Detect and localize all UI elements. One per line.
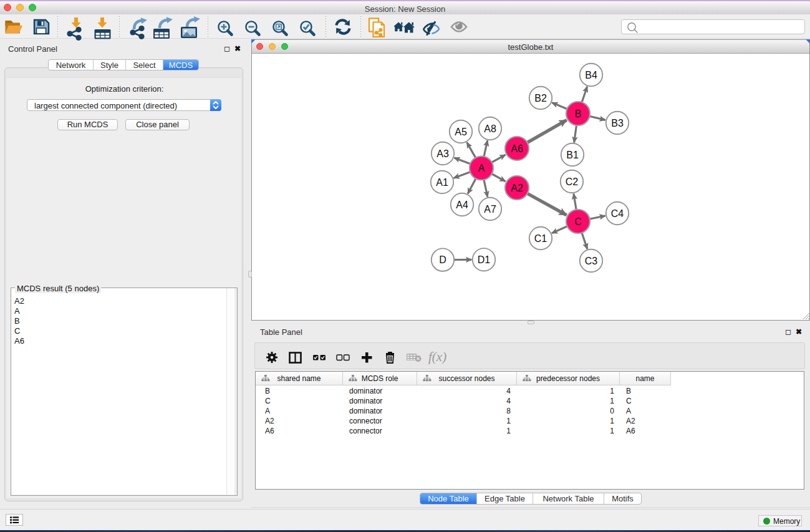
- svg-text:B4: B4: [585, 70, 597, 80]
- svg-text:A3: A3: [436, 148, 449, 159]
- svg-text:A5: A5: [455, 127, 467, 137]
- svg-text:C: C: [574, 216, 582, 227]
- svg-text:A8: A8: [484, 123, 496, 134]
- svg-text:A: A: [478, 163, 485, 173]
- svg-text:D: D: [439, 254, 446, 265]
- svg-text:B: B: [575, 109, 582, 119]
- svg-text:D1: D1: [478, 254, 491, 265]
- svg-text:A7: A7: [484, 204, 496, 215]
- svg-text:C2: C2: [566, 177, 579, 187]
- svg-text:C1: C1: [534, 233, 547, 244]
- svg-text:B3: B3: [611, 118, 624, 128]
- svg-text:C4: C4: [611, 208, 624, 219]
- svg-text:A2: A2: [511, 183, 523, 193]
- svg-text:B1: B1: [566, 150, 579, 160]
- svg-text:A6: A6: [511, 143, 523, 154]
- svg-text:A4: A4: [456, 200, 468, 210]
- svg-text:A1: A1: [436, 177, 448, 188]
- svg-text:B2: B2: [534, 93, 547, 104]
- svg-text:C3: C3: [585, 256, 598, 266]
